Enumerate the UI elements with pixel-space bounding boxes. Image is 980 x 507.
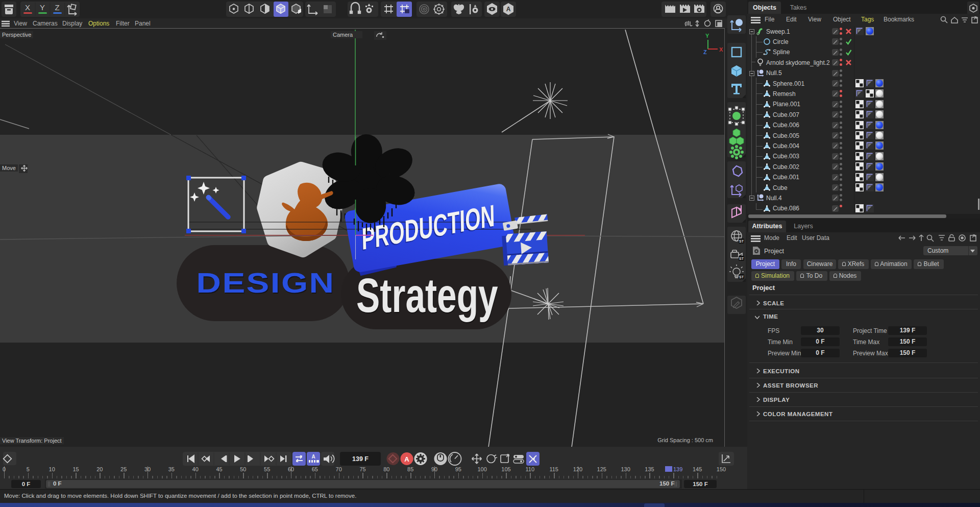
svg-text:Z: Z xyxy=(55,3,59,12)
svg-text:A: A xyxy=(404,455,409,463)
svg-text:ST: ST xyxy=(739,275,744,279)
svg-text:ST: ST xyxy=(739,239,744,243)
svg-text:139 F: 139 F xyxy=(352,455,369,463)
svg-text:Z: Z xyxy=(703,49,707,55)
svg-text:Y: Y xyxy=(705,33,709,39)
svg-text:X: X xyxy=(719,46,723,53)
svg-text:A: A xyxy=(506,6,511,13)
svg-text:X: X xyxy=(25,3,30,12)
svg-text:Y: Y xyxy=(40,3,45,12)
svg-text:ST: ST xyxy=(739,257,744,260)
svg-text:A: A xyxy=(311,454,315,460)
